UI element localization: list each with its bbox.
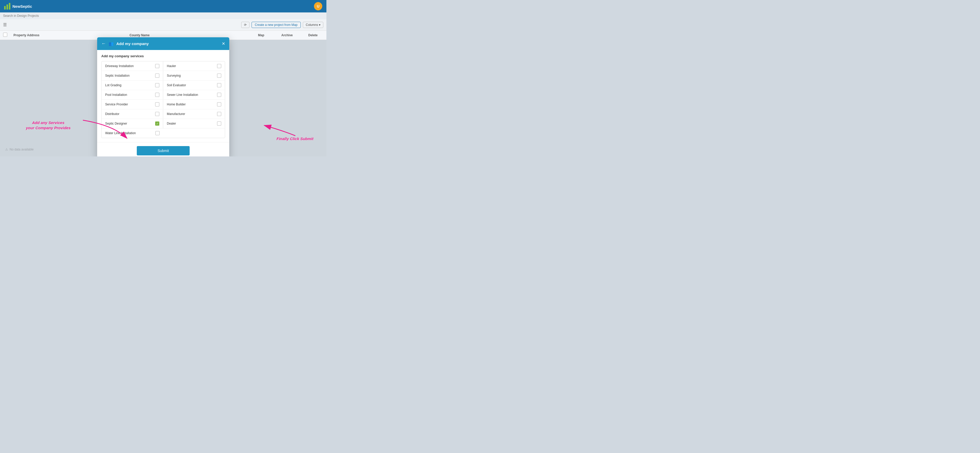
service-label-pool: Pool Installation [105, 93, 127, 97]
col-header-archive: Archive [277, 33, 298, 37]
service-item-soil-evaluator: Soil Evaluator [163, 81, 225, 90]
modal-back-button[interactable]: ← [101, 41, 106, 46]
modal-body: Add my company services Driveway Install… [97, 50, 229, 142]
add-company-modal: ← 👥 Add my company ✕ Add my company serv… [97, 37, 229, 156]
company-icon: 👥 [108, 41, 114, 46]
menu-icon[interactable]: ☰ [3, 22, 7, 27]
search-row [0, 13, 326, 19]
checkbox-service-provider[interactable] [155, 102, 159, 106]
service-label-septic-install: Septic Installation [105, 74, 129, 78]
service-label-surveying: Surveying [167, 74, 181, 78]
checkbox-home-builder[interactable] [217, 102, 221, 106]
modal-footer: Submit [97, 142, 229, 156]
service-item-empty [163, 129, 225, 138]
service-item-distributor: Distributor [102, 109, 163, 119]
logo-icon [4, 3, 10, 10]
services-grid: Driveway Installation Hauler Septic Inst… [101, 61, 225, 138]
service-label-septic-designer: Septic Designer [105, 122, 127, 126]
service-item-pool: Pool Installation [102, 90, 163, 100]
modal-header: ← 👥 Add my company ✕ [97, 37, 229, 50]
service-label-water-line: Water Line Installation [105, 131, 136, 135]
app-title: NewSeptic [13, 4, 32, 8]
checkbox-septic-install[interactable] [155, 73, 159, 78]
modal-close-button[interactable]: ✕ [222, 41, 225, 46]
checkbox-soil-evaluator[interactable] [217, 83, 221, 87]
checkbox-distributor[interactable] [155, 112, 159, 116]
service-item-home-builder: Home Builder [163, 100, 225, 109]
modal-subtitle: Add my company services [101, 54, 225, 58]
modal-backdrop: ← 👥 Add my company ✕ Add my company serv… [0, 40, 326, 156]
logo-bar-2 [6, 5, 8, 10]
col-header-delete: Delete [302, 33, 323, 37]
service-label-soil-evaluator: Soil Evaluator [167, 83, 186, 87]
checkbox-septic-designer[interactable]: ✓ [155, 121, 159, 126]
logo-bar-1 [4, 6, 6, 10]
checkbox-surveying[interactable] [217, 73, 221, 78]
service-item-lot-grading: Lot Grading [102, 81, 163, 90]
service-label-service-provider: Service Provider [105, 103, 128, 106]
header-checkbox[interactable] [3, 33, 7, 37]
refresh-icon: ⟳ [244, 23, 247, 27]
checkbox-sewer[interactable] [217, 93, 221, 97]
service-item-sewer: Sewer Line Installation [163, 90, 225, 100]
search-input[interactable] [3, 14, 86, 17]
checkbox-hauler[interactable] [217, 64, 221, 68]
checkbox-pool[interactable] [155, 93, 159, 97]
topbar: NewSeptic U [0, 0, 326, 13]
checkbox-water-line[interactable] [156, 131, 159, 135]
service-label-sewer: Sewer Line Installation [167, 93, 198, 97]
checkbox-manufacturer[interactable] [217, 112, 221, 116]
checkbox-lot-grading[interactable] [155, 83, 159, 87]
logo-bar-3 [9, 3, 10, 10]
service-item-septic-designer: Septic Designer ✓ [102, 119, 163, 129]
service-label-lot-grading: Lot Grading [105, 83, 121, 87]
checkbox-dealer[interactable] [217, 121, 221, 126]
col-header-county: County Name [129, 33, 185, 37]
toolbar: ☰ ⟳ Create a new project from Map Column… [0, 19, 326, 30]
submit-button[interactable]: Submit [137, 146, 189, 156]
service-label-driveway: Driveway Installation [105, 64, 134, 68]
columns-button[interactable]: Columns ▾ [303, 22, 323, 28]
col-header-map: Map [251, 33, 272, 37]
service-label-distributor: Distributor [105, 112, 119, 116]
service-item-septic-install: Septic Installation [102, 71, 163, 81]
col-header-address: Property Address [13, 33, 124, 37]
service-label-hauler: Hauler [167, 64, 176, 68]
service-label-home-builder: Home Builder [167, 103, 186, 106]
service-item-driveway: Driveway Installation [102, 61, 163, 71]
service-item-manufacturer: Manufacturer [163, 109, 225, 119]
checkbox-driveway[interactable] [155, 64, 159, 68]
service-label-manufacturer: Manufacturer [167, 112, 185, 116]
app-logo: NewSeptic [4, 3, 32, 10]
service-item-surveying: Surveying [163, 71, 225, 81]
service-label-dealer: Dealer [167, 122, 176, 126]
create-project-button[interactable]: Create a new project from Map [251, 22, 301, 28]
avatar[interactable]: U [314, 2, 322, 10]
main-content: ← 👥 Add my company ✕ Add my company serv… [0, 40, 326, 156]
service-item-dealer: Dealer [163, 119, 225, 129]
modal-title: Add my company [116, 41, 219, 46]
refresh-button[interactable]: ⟳ [241, 22, 250, 28]
service-item-hauler: Hauler [163, 61, 225, 71]
service-item-water-line: Water Line Installation [102, 129, 163, 138]
service-item-service-provider: Service Provider [102, 100, 163, 109]
